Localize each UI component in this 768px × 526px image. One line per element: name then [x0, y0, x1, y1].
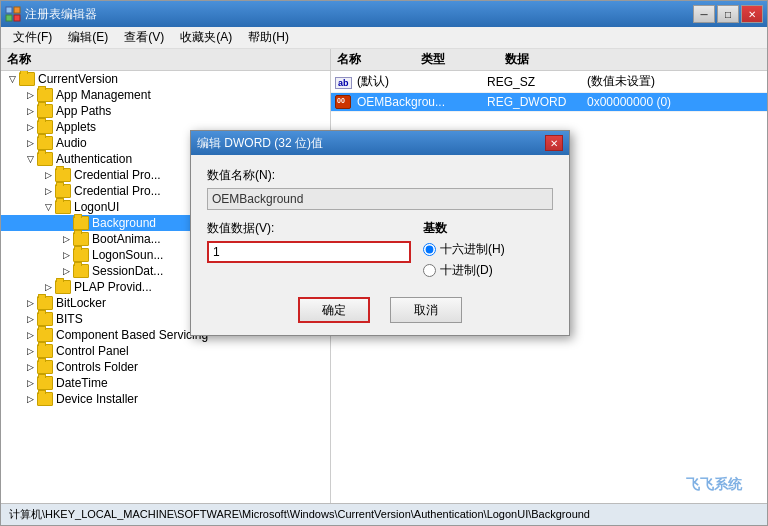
folder-icon: [37, 360, 53, 374]
edit-dialog: 编辑 DWORD (32 位)值 ✕ 数值名称(N): 数值数据(V): 基数 …: [190, 130, 570, 336]
tree-label: CurrentVersion: [38, 72, 118, 86]
menu-favorites[interactable]: 收藏夹(A): [172, 27, 240, 48]
tree-item-datetime[interactable]: ▷ DateTime: [1, 375, 330, 391]
expand-icon: ▽: [5, 72, 19, 86]
folder-icon: [37, 328, 53, 342]
expand-icon: ▷: [23, 360, 37, 374]
base-label: 基数: [423, 220, 553, 237]
expand-icon: ▷: [23, 104, 37, 118]
expand-icon: ▷: [23, 296, 37, 310]
col-type: 类型: [421, 51, 445, 68]
value-input[interactable]: [207, 241, 411, 263]
folder-icon: [37, 136, 53, 150]
expand-icon: ▷: [41, 280, 55, 294]
tree-label: Authentication: [56, 152, 132, 166]
svg-rect-0: [6, 7, 12, 13]
base-section: 基数 十六进制(H) 十进制(D): [423, 220, 553, 283]
value-row: 数值数据(V): 基数 十六进制(H) 十进制(D): [207, 220, 553, 283]
folder-icon: [37, 152, 53, 166]
folder-icon: [55, 280, 71, 294]
tree-item-controlsfolder[interactable]: ▷ Controls Folder: [1, 359, 330, 375]
tree-label: LogonUI: [74, 200, 119, 214]
tree-label: Credential Pro...: [74, 184, 161, 198]
tree-item-controlpanel[interactable]: ▷ Control Panel: [1, 343, 330, 359]
folder-icon: [55, 200, 71, 214]
app-icon: [5, 6, 21, 22]
tree-item-apppaths[interactable]: ▷ App Paths: [1, 103, 330, 119]
col-data: 数据: [505, 51, 529, 68]
expand-icon: ▷: [59, 264, 73, 278]
tree-label: PLAP Provid...: [74, 280, 152, 294]
tree-item-appmanagement[interactable]: ▷ App Management: [1, 87, 330, 103]
reg-name: (默认): [357, 73, 487, 90]
name-input[interactable]: [207, 188, 553, 210]
tree-label: App Management: [56, 88, 151, 102]
tree-label: Component Based Servicing: [56, 328, 208, 342]
folder-icon: [37, 88, 53, 102]
status-text: 计算机\HKEY_LOCAL_MACHINE\SOFTWARE\Microsof…: [9, 507, 590, 522]
close-button[interactable]: ✕: [741, 5, 763, 23]
tree-label: LogonSoun...: [92, 248, 163, 262]
reg-icon-ab: ab: [335, 75, 353, 89]
menu-file[interactable]: 文件(F): [5, 27, 60, 48]
window-title: 注册表编辑器: [25, 6, 693, 23]
value-label: 数值数据(V):: [207, 220, 411, 237]
tree-label: Applets: [56, 120, 96, 134]
col-name: 名称: [337, 51, 361, 68]
expand-icon: ▷: [59, 248, 73, 262]
expand-icon: ▷: [23, 120, 37, 134]
reg-type: REG_SZ: [487, 75, 587, 89]
folder-icon: [73, 216, 89, 230]
reg-icon-dword: [335, 95, 353, 109]
reg-row-default[interactable]: ab (默认) REG_SZ (数值未设置): [331, 71, 767, 93]
reg-row-oembackground[interactable]: OEMBackgrou... REG_DWORD 0x00000000 (0): [331, 93, 767, 112]
folder-icon: [55, 184, 71, 198]
tree-label: Controls Folder: [56, 360, 138, 374]
dialog-title-bar: 编辑 DWORD (32 位)值 ✕: [191, 131, 569, 155]
cancel-button[interactable]: 取消: [390, 297, 462, 323]
value-section: 数值数据(V):: [207, 220, 411, 263]
tree-label: App Paths: [56, 104, 111, 118]
folder-icon: [37, 376, 53, 390]
expand-icon: ▷: [41, 184, 55, 198]
reg-data: (数值未设置): [587, 73, 655, 90]
folder-icon: [73, 232, 89, 246]
ok-button[interactable]: 确定: [298, 297, 370, 323]
menu-edit[interactable]: 编辑(E): [60, 27, 116, 48]
menu-bar: 文件(F) 编辑(E) 查看(V) 收藏夹(A) 帮助(H): [1, 27, 767, 49]
folder-icon: [37, 344, 53, 358]
tree-item-deviceinstaller[interactable]: ▷ Device Installer: [1, 391, 330, 407]
minimize-button[interactable]: ─: [693, 5, 715, 23]
window-controls: ─ □ ✕: [693, 5, 763, 23]
tree-label: SessionDat...: [92, 264, 163, 278]
expand-icon: ▽: [23, 152, 37, 166]
folder-icon: [55, 168, 71, 182]
reg-type: REG_DWORD: [487, 95, 587, 109]
expand-icon: ▷: [23, 344, 37, 358]
dec-radio-row[interactable]: 十进制(D): [423, 262, 553, 279]
dialog-close-button[interactable]: ✕: [545, 135, 563, 151]
menu-view[interactable]: 查看(V): [116, 27, 172, 48]
folder-icon: [37, 392, 53, 406]
folder-icon: [37, 312, 53, 326]
reg-data: 0x00000000 (0): [587, 95, 671, 109]
hex-radio[interactable]: [423, 243, 436, 256]
expand-icon: ▷: [23, 136, 37, 150]
dialog-buttons: 确定 取消: [207, 297, 553, 323]
right-header: 名称 类型 数据: [331, 49, 767, 71]
tree-item-currentversion[interactable]: ▽ CurrentVersion: [1, 71, 330, 87]
dec-radio[interactable]: [423, 264, 436, 277]
folder-icon: [19, 72, 35, 86]
tree-label: Device Installer: [56, 392, 138, 406]
maximize-button[interactable]: □: [717, 5, 739, 23]
menu-help[interactable]: 帮助(H): [240, 27, 297, 48]
folder-icon: [37, 296, 53, 310]
expand-icon: ▷: [23, 376, 37, 390]
tree-label: Background: [92, 216, 156, 230]
tree-label: Control Panel: [56, 344, 129, 358]
expand-icon: ▷: [23, 312, 37, 326]
tree-label: BootAnima...: [92, 232, 161, 246]
expand-icon: ▽: [41, 200, 55, 214]
expand-icon: ▷: [41, 168, 55, 182]
hex-radio-row[interactable]: 十六进制(H): [423, 241, 553, 258]
